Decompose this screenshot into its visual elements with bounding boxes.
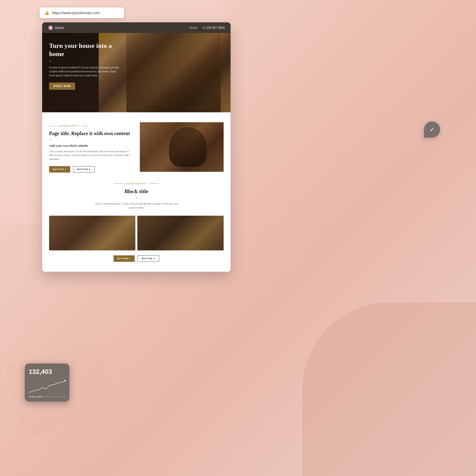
scroll-bar-4 (51, 396, 58, 397)
website-preview: 🌸 Dixon Home +1 234 567 8910 Turn your h… (42, 22, 231, 272)
check-badge: ✓ (424, 121, 440, 138)
center-buttons: BUTTON 1 BUTTON 2 (49, 255, 224, 262)
center-section: SUPERSCRIPT Block title ✕ This is a bloc… (49, 182, 224, 210)
worker-image-2 (137, 216, 224, 250)
nav-home-link[interactable]: Home (189, 26, 197, 30)
main-content: SUPERSCRIPT Page title. Replace it with … (42, 112, 231, 272)
browser-window: 🔒 https://www.yourdomain.com 🌸 Dixon Hom… (42, 22, 231, 272)
lock-icon: 🔒 (45, 10, 50, 15)
website-nav: 🌸 Dixon Home +1 234 567 8910 (42, 22, 231, 33)
hero-person-overlay (126, 33, 221, 112)
url-bar[interactable]: 🔒 https://www.yourdomain.com (40, 7, 124, 18)
superscript-line-2-left (114, 183, 124, 184)
brand-name: Dixon (55, 26, 64, 30)
section1-title: Page title. Replace it with own content (49, 130, 133, 137)
col-right (140, 122, 224, 173)
section1-button2[interactable]: BUTTON 2 (73, 166, 95, 173)
superscript-1: SUPERSCRIPT (49, 125, 133, 127)
check-icon: ✓ (430, 126, 435, 133)
chart-scroll-bars (29, 396, 65, 397)
section1-description: This is a block description. To edit thi… (49, 150, 133, 161)
superscript-line-2-right (149, 183, 159, 184)
superscript-line-right (81, 126, 88, 126)
superscript-text-1: SUPERSCRIPT (58, 125, 79, 127)
section2-title: Block title (49, 188, 224, 195)
superscript-2: SUPERSCRIPT (49, 182, 224, 185)
hero-title: Turn your house into a home (49, 42, 119, 58)
url-input[interactable]: https://www.yourdomain.com (52, 11, 100, 15)
hero-section: Turn your house into a home ✕ In need of… (42, 33, 231, 112)
chart-svg (29, 380, 65, 394)
section1-button1[interactable]: BUTTON 1 (49, 166, 70, 173)
section2-divider: ✕ (49, 196, 224, 200)
section2-description: This is a block description. To edit, cl… (92, 202, 181, 210)
scroll-bar-2 (36, 396, 43, 397)
section1-subtitle: Add your own block subtitle (49, 144, 133, 148)
nav-links: Home +1 234 567 8910 (189, 26, 225, 30)
superscript-text-2: SUPERSCRIPT (126, 182, 147, 185)
nav-phone: +1 234 567 8910 (202, 26, 225, 30)
worker-image-1 (49, 216, 135, 250)
image-grid (49, 216, 224, 250)
hero-close-icon[interactable]: ✕ (49, 60, 119, 63)
section2-button1[interactable]: BUTTON 1 (114, 255, 135, 262)
scroll-bar-1 (29, 396, 35, 397)
bg-shape-bottom-right (302, 302, 476, 476)
analytics-number: 132,403 (29, 368, 65, 376)
nav-brand: 🌸 Dixon (48, 25, 64, 30)
scroll-bar-3 (44, 396, 50, 397)
section1-divider: ✕ (49, 138, 133, 141)
hero-description: In need of some woodwork? Let out carpen… (49, 66, 119, 78)
brand-icon: 🌸 (48, 25, 53, 30)
chart-area (29, 380, 65, 394)
book-now-button[interactable]: BOOK NOW (49, 83, 75, 90)
analytics-widget: 132,403 (25, 363, 69, 402)
col-left: SUPERSCRIPT Page title. Replace it with … (49, 122, 133, 173)
superscript-line-left (49, 126, 56, 126)
svg-point-0 (64, 380, 65, 382)
hero-content: Turn your house into a home ✕ In need of… (42, 33, 126, 99)
section2-button2[interactable]: BUTTON 2 (138, 255, 159, 262)
scroll-bar-5 (59, 396, 65, 397)
carpenter-image-1 (140, 122, 224, 172)
two-col-section: SUPERSCRIPT Page title. Replace it with … (49, 122, 224, 173)
